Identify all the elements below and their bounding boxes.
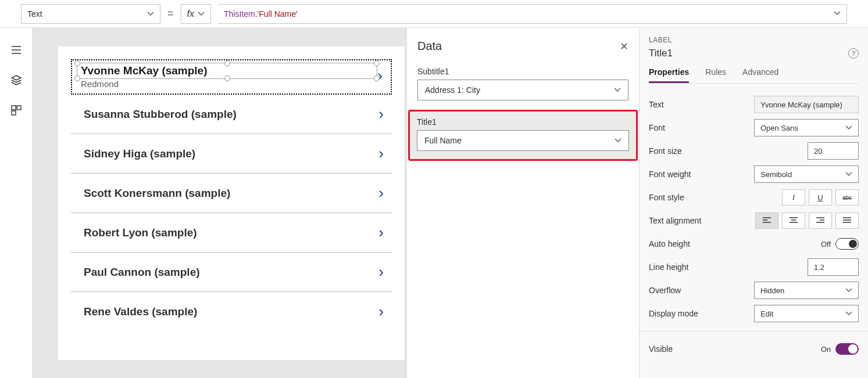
divider (640, 331, 868, 332)
field-label-title: Title1 (417, 117, 629, 127)
property-dropdown[interactable]: Text (21, 4, 160, 24)
prop-fontsize-label: Font size (649, 146, 682, 156)
italic-button[interactable]: I (782, 189, 805, 206)
fx-label: fx (187, 9, 194, 19)
prop-autoheight-label: Auto height (649, 239, 690, 249)
visible-state: On (821, 345, 831, 354)
align-left-button[interactable] (755, 213, 778, 229)
strikethrough-button[interactable]: abc (835, 189, 859, 206)
tab-rules[interactable]: Rules (705, 67, 726, 83)
prop-lineheight-input[interactable]: 1.2 (808, 258, 859, 276)
app-canvas[interactable]: Yvonne McKay (sample) Redmond › Susanna … (58, 46, 405, 360)
chevron-down-icon (845, 171, 852, 178)
components-icon[interactable] (10, 105, 22, 118)
row-title: Robert Lyon (sample) (84, 226, 378, 239)
prop-display-label: Display mode (649, 309, 698, 318)
prop-overflow-dropdown[interactable]: Hidden (754, 282, 859, 299)
align-right-button[interactable] (809, 213, 832, 229)
prop-text-value[interactable]: Yvonne McKay (sample) (754, 96, 859, 113)
row-title: Scott Konersmann (sample) (84, 187, 378, 200)
prop-align-label: Text alignment (649, 216, 701, 225)
gallery-row[interactable]: Susanna Stubberod (sample)› (71, 95, 392, 134)
title1-text: Yvonne McKay (sample) (81, 64, 208, 77)
chevron-down-icon (845, 124, 852, 131)
chevron-down-icon (845, 287, 852, 294)
props-tabs: Properties Rules Advanced (649, 67, 859, 84)
prop-display-dropdown[interactable]: Edit (754, 305, 859, 322)
gallery-row[interactable]: Rene Valdes (sample)› (71, 292, 392, 331)
prop-font-label: Font (649, 123, 665, 132)
properties-pane: LABEL Title1 ? Properties Rules Advanced… (639, 28, 868, 378)
chevron-right-icon[interactable]: › (378, 105, 384, 123)
align-justify-button[interactable] (835, 213, 859, 229)
prop-fontstyle-label: Font style (649, 193, 684, 202)
svg-rect-0 (12, 106, 16, 110)
chevron-right-icon[interactable]: › (378, 263, 384, 281)
prop-fontsize-input[interactable]: 20 (808, 142, 859, 160)
gallery-row[interactable]: Scott Konersmann (sample)› (71, 174, 392, 213)
prop-visible-label: Visible (649, 344, 673, 354)
close-icon[interactable]: ✕ (620, 40, 628, 53)
formula-token-object: ThisItem (224, 9, 255, 19)
svg-rect-1 (17, 106, 21, 110)
prop-fontweight-dropdown[interactable]: Semibold (754, 165, 859, 183)
underline-button[interactable]: U (809, 189, 832, 206)
left-rail (0, 28, 33, 378)
subtitle-field-dropdown[interactable]: Address 1: City (417, 80, 628, 100)
field-label-subtitle: Subtitle1 (417, 67, 628, 76)
chevron-right-icon[interactable]: › (378, 224, 384, 242)
gallery-row[interactable]: Paul Cannon (sample)› (71, 253, 392, 292)
gallery-selected-row[interactable]: Yvonne McKay (sample) Redmond › (71, 59, 392, 95)
data-pane: Data ✕ Subtitle1 Address 1: City Title1 … (406, 28, 639, 378)
layers-icon[interactable] (10, 74, 22, 88)
fx-button[interactable]: fx (181, 4, 211, 24)
prop-fontweight-label: Font weight (649, 170, 691, 179)
formula-bar: Text = fx ThisItem.'Full Name' (0, 0, 868, 28)
help-icon[interactable]: ? (848, 48, 859, 59)
title1-control[interactable]: Yvonne McKay (sample) (77, 63, 377, 79)
title-field-highlight: Title1 Full Name (408, 110, 638, 161)
chevron-right-icon[interactable]: › (378, 184, 384, 202)
tab-advanced[interactable]: Advanced (742, 67, 778, 83)
chevron-down-icon (845, 310, 852, 317)
align-center-button[interactable] (782, 213, 805, 229)
subtitle-field-value: Address 1: City (425, 85, 480, 95)
visible-toggle[interactable] (835, 343, 859, 355)
title-field-value: Full Name (424, 136, 462, 145)
chevron-right-icon[interactable]: › (378, 145, 384, 163)
prop-overflow-label: Overflow (649, 286, 681, 295)
resize-handle[interactable] (74, 60, 80, 66)
tab-properties[interactable]: Properties (649, 67, 689, 83)
gallery-row[interactable]: Robert Lyon (sample)› (71, 213, 392, 253)
resize-handle[interactable] (224, 60, 230, 66)
resize-handle[interactable] (374, 60, 380, 66)
gallery-row[interactable]: Sidney Higa (sample)› (71, 134, 392, 174)
formula-input[interactable]: ThisItem.'Full Name' (218, 4, 847, 24)
prop-font-dropdown[interactable]: Open Sans (754, 119, 859, 136)
chevron-down-icon (615, 137, 621, 144)
canvas-area: Yvonne McKay (sample) Redmond › Susanna … (33, 28, 639, 378)
control-type-label: LABEL (649, 36, 859, 44)
row-title: Susanna Stubberod (sample) (84, 108, 378, 121)
data-pane-title: Data (417, 39, 442, 53)
prop-lineheight-label: Line height (649, 262, 689, 272)
row-title: Rene Valdes (sample) (84, 305, 378, 318)
formula-token-literal: 'Full Name' (258, 9, 298, 19)
resize-handle[interactable] (224, 75, 230, 81)
resize-handle[interactable] (74, 75, 80, 81)
chevron-right-icon[interactable]: › (378, 303, 384, 321)
svg-rect-2 (12, 111, 16, 115)
autoheight-toggle[interactable] (835, 238, 859, 250)
row-title: Sidney Higa (sample) (84, 147, 378, 160)
title-field-dropdown[interactable]: Full Name (417, 130, 629, 151)
hamburger-icon[interactable] (10, 44, 22, 58)
property-dropdown-value: Text (27, 9, 42, 19)
chevron-down-icon (147, 10, 154, 17)
row-title: Paul Cannon (sample) (84, 266, 378, 279)
control-name: Title1 (649, 48, 673, 59)
equals-label: = (167, 8, 174, 20)
chevron-down-icon[interactable] (834, 10, 841, 17)
prop-text-label: Text (649, 100, 664, 109)
chevron-down-icon (198, 10, 205, 17)
autoheight-state: Off (821, 240, 831, 249)
